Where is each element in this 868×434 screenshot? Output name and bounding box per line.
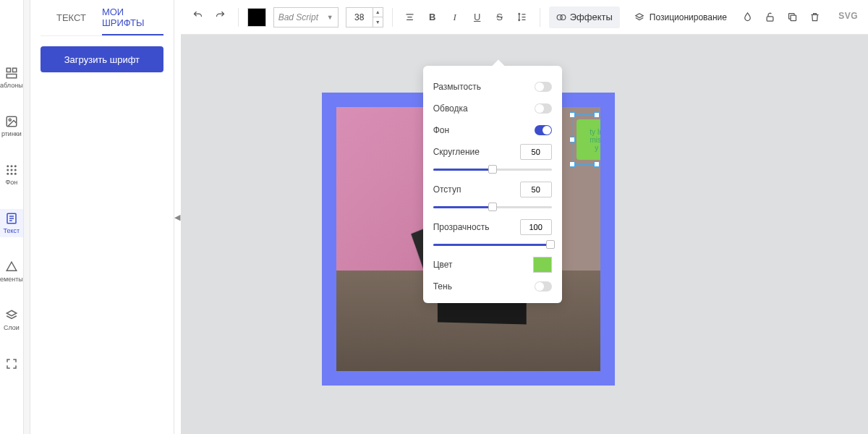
effect-shadow-label: Тень bbox=[433, 281, 452, 292]
nav-label: Слои bbox=[4, 324, 20, 331]
bold-button[interactable]: B bbox=[424, 7, 441, 27]
svg-rect-18 bbox=[791, 15, 796, 21]
copy-icon bbox=[787, 12, 798, 22]
svg-badge: SVG bbox=[838, 11, 858, 21]
radius-input[interactable] bbox=[520, 144, 552, 160]
bg-color-swatch[interactable] bbox=[533, 257, 552, 273]
grid-icon bbox=[5, 67, 18, 80]
line-height-button[interactable] bbox=[514, 7, 531, 27]
sel-text-line: y bbox=[595, 144, 598, 152]
effects-icon bbox=[556, 12, 566, 22]
font-size-down[interactable]: ▼ bbox=[373, 17, 383, 27]
duplicate-button[interactable] bbox=[783, 7, 801, 27]
font-family-select[interactable]: Bad Script ▼ bbox=[273, 7, 339, 27]
shapes-icon bbox=[5, 260, 18, 273]
align-button[interactable] bbox=[401, 7, 419, 27]
svg-rect-1 bbox=[12, 68, 16, 72]
canvas[interactable]: ty In mist y Размытость bbox=[181, 35, 868, 434]
side-panel-tabs: ТЕКСТ МОИ ШРИФТЫ bbox=[41, 0, 163, 36]
text-color-swatch[interactable] bbox=[247, 8, 266, 27]
resize-handle[interactable] bbox=[569, 137, 575, 142]
expand-icon bbox=[5, 357, 18, 370]
nav-label: аблоны bbox=[0, 82, 23, 89]
delete-button[interactable] bbox=[806, 7, 823, 27]
side-panel: ТЕКСТ МОИ ШРИФТЫ Загрузить шрифт bbox=[30, 0, 174, 434]
font-size-input[interactable]: 38 ▲▼ bbox=[346, 7, 383, 27]
effect-stroke-label: Обводка bbox=[433, 103, 468, 114]
effect-padding-label: Отступ bbox=[433, 184, 461, 195]
nav-layers[interactable]: Слои bbox=[0, 306, 23, 334]
undo-icon bbox=[192, 12, 203, 22]
blur-toggle[interactable] bbox=[535, 82, 552, 92]
svg-point-6 bbox=[10, 165, 12, 167]
nav-elements[interactable]: ементы bbox=[0, 258, 23, 286]
layers-icon bbox=[5, 309, 18, 322]
effect-blur-label: Размытость bbox=[433, 82, 481, 92]
nav-pictures[interactable]: ртинки bbox=[0, 112, 23, 140]
font-size-up[interactable]: ▲ bbox=[373, 8, 383, 18]
redo-button[interactable] bbox=[212, 7, 229, 27]
nav-background[interactable]: Фон bbox=[0, 161, 23, 189]
effects-button[interactable]: Эффекты bbox=[549, 7, 620, 28]
strikethrough-button[interactable]: S bbox=[491, 7, 509, 27]
nav-fullscreen[interactable] bbox=[0, 354, 23, 373]
effects-label: Эффекты bbox=[570, 12, 613, 22]
svg-point-12 bbox=[10, 173, 12, 175]
stroke-toggle[interactable] bbox=[535, 103, 552, 114]
scroll-gutter bbox=[24, 0, 30, 434]
nav-templates[interactable]: аблоны bbox=[0, 64, 23, 92]
bg-toggle[interactable] bbox=[535, 125, 552, 135]
sel-text-line: ty In bbox=[590, 128, 600, 136]
dots-grid-icon bbox=[5, 163, 18, 176]
text-toolbar: Bad Script ▼ 38 ▲▼ B I U S Эффекты Позиц… bbox=[181, 0, 868, 35]
underline-button[interactable]: U bbox=[469, 7, 486, 27]
padding-slider[interactable] bbox=[433, 200, 552, 213]
svg-point-10 bbox=[14, 169, 17, 171]
redo-icon bbox=[215, 12, 226, 22]
trash-icon bbox=[809, 12, 820, 22]
font-name-label: Bad Script bbox=[278, 12, 318, 22]
text-file-icon bbox=[5, 212, 18, 225]
positioning-button[interactable]: Позиционирование bbox=[650, 12, 727, 22]
layers-icon bbox=[634, 12, 644, 22]
italic-button[interactable]: I bbox=[446, 7, 464, 27]
svg-point-11 bbox=[7, 173, 9, 175]
selected-text-element[interactable]: ty In mist y bbox=[571, 114, 600, 165]
nav-label: ементы bbox=[0, 276, 23, 283]
opacity-slider[interactable] bbox=[433, 238, 552, 251]
svg-point-13 bbox=[14, 173, 17, 175]
chevron-down-icon: ▼ bbox=[327, 14, 333, 21]
tab-my-fonts[interactable]: МОИ ШРИФТЫ bbox=[102, 0, 163, 35]
opacity-input[interactable] bbox=[520, 219, 552, 235]
unlock-icon bbox=[765, 12, 775, 22]
image-icon bbox=[5, 115, 18, 128]
resize-handle[interactable] bbox=[594, 112, 600, 118]
effect-opacity-label: Прозрачность bbox=[433, 222, 490, 232]
nav-text[interactable]: Текст bbox=[0, 209, 23, 237]
droplet-icon bbox=[742, 12, 753, 22]
resize-handle[interactable] bbox=[594, 161, 600, 167]
radius-slider[interactable] bbox=[433, 163, 552, 176]
svg-rect-0 bbox=[7, 68, 10, 72]
effect-color-label: Цвет bbox=[433, 260, 453, 270]
svg-point-7 bbox=[14, 165, 17, 167]
svg-rect-17 bbox=[767, 17, 773, 21]
align-center-icon bbox=[404, 12, 415, 22]
opacity-button[interactable] bbox=[739, 7, 756, 27]
upload-font-button[interactable]: Загрузить шрифт bbox=[41, 46, 163, 72]
shadow-toggle[interactable] bbox=[535, 281, 552, 292]
lock-button[interactable] bbox=[761, 7, 778, 27]
resize-handle[interactable] bbox=[569, 161, 575, 167]
padding-input[interactable] bbox=[520, 182, 552, 197]
tab-text[interactable]: ТЕКСТ bbox=[41, 0, 102, 35]
left-navigation: аблоны ртинки Фон Текст ементы Слои bbox=[0, 0, 24, 434]
line-height-icon bbox=[516, 12, 527, 22]
effect-bg-label: Фон bbox=[433, 125, 449, 135]
editor-main: Bad Script ▼ 38 ▲▼ B I U S Эффекты Позиц… bbox=[181, 0, 868, 434]
font-size-value: 38 bbox=[346, 12, 373, 22]
svg-point-9 bbox=[10, 169, 12, 171]
undo-button[interactable] bbox=[190, 7, 207, 27]
collapse-panel-button[interactable]: ◀ bbox=[174, 0, 181, 434]
nav-label: ртинки bbox=[1, 130, 22, 137]
resize-handle[interactable] bbox=[569, 112, 575, 118]
